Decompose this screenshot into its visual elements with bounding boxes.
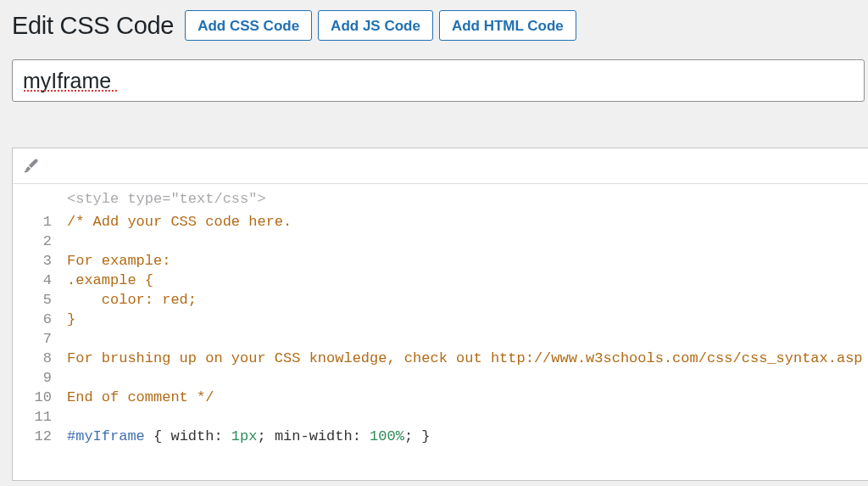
code-rule: #myIframe { width: 1px; min-width: 100%;… [60, 427, 431, 446]
code-prop: width [170, 428, 214, 444]
line-number: 12 [13, 427, 60, 446]
code-line: 11 [13, 407, 868, 427]
code-line: 3 For example: [13, 251, 868, 271]
code-comment: For brushing up on your CSS knowledge, c… [67, 350, 863, 366]
code-line: 7 [13, 329, 868, 349]
line-number: 11 [13, 407, 60, 427]
code-comment: } [67, 311, 75, 327]
code-line: 12 #myIframe { width: 1px; min-width: 10… [13, 427, 868, 446]
add-css-code-button[interactable]: Add CSS Code [185, 10, 312, 41]
code-comment: End of comment */ [67, 389, 214, 405]
add-js-code-button[interactable]: Add JS Code [318, 10, 433, 41]
code-value: 1px [231, 428, 258, 444]
code-brace-close: } [421, 428, 430, 444]
code-comment: .example { [67, 272, 153, 288]
add-html-code-button[interactable]: Add HTML Code [439, 10, 576, 41]
line-number: 4 [13, 271, 60, 290]
code-comment: color: red; [67, 292, 197, 308]
title-input[interactable] [12, 59, 865, 102]
line-number: 5 [13, 290, 60, 310]
code-line: 8 For brushing up on your CSS knowledge,… [13, 349, 868, 368]
code-comment: For example: [67, 253, 170, 269]
code-prop: min-width [275, 428, 353, 444]
code-colon: : [214, 428, 231, 444]
code-line: 10 End of comment */ [13, 388, 868, 407]
code-selector: #myIframe [67, 428, 145, 444]
line-number: 10 [13, 388, 60, 407]
code-semicolon: ; [404, 428, 421, 444]
title-input-wrap [12, 59, 868, 102]
header-row: Edit CSS Code Add CSS Code Add JS Code A… [12, 10, 868, 41]
paintbrush-icon[interactable] [21, 157, 40, 176]
code-line: 4 .example { [13, 271, 868, 290]
code-editor[interactable]: <style type="text/css"> 1 /* Add your CS… [13, 184, 868, 480]
line-number: 8 [13, 349, 60, 368]
code-value: 100% [370, 428, 404, 444]
line-number: 2 [13, 232, 60, 251]
code-line: 6 } [13, 310, 868, 329]
code-comment: /* Add your CSS code here. [67, 214, 292, 230]
editor-panel: <style type="text/css"> 1 /* Add your CS… [12, 148, 868, 481]
code-line: 5 color: red; [13, 290, 868, 310]
line-number: 6 [13, 310, 60, 329]
line-number: 3 [13, 251, 60, 271]
style-open-tag: <style type="text/css"> [13, 191, 868, 212]
line-number: 7 [13, 329, 60, 349]
line-number: 9 [13, 368, 60, 388]
code-brace-open: { [145, 428, 171, 444]
code-colon: : [353, 428, 370, 444]
code-semicolon: ; [257, 428, 274, 444]
line-number: 1 [13, 212, 60, 232]
editor-toolbar [13, 148, 868, 184]
page-title: Edit CSS Code [12, 12, 174, 40]
code-line: 1 /* Add your CSS code here. [13, 212, 868, 232]
code-lines: 1 /* Add your CSS code here. 2 3 For exa… [13, 212, 868, 446]
code-line: 9 [13, 368, 868, 388]
page-root: Edit CSS Code Add CSS Code Add JS Code A… [0, 0, 868, 481]
code-line: 2 [13, 232, 868, 251]
